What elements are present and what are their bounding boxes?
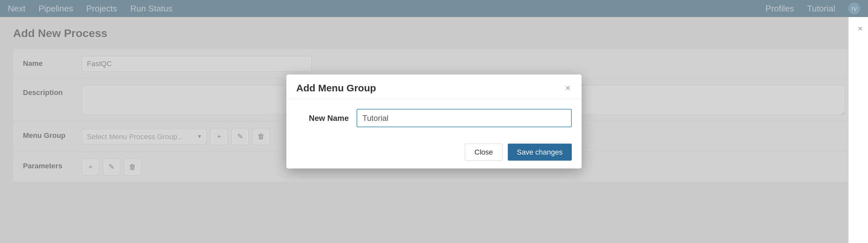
modal-close-x-button[interactable]: × [564,83,572,93]
modal-close-button[interactable]: Close [465,144,502,161]
background-modal-peek: × [848,17,868,243]
new-name-label: New Name [296,114,349,123]
modal-footer: Close Save changes [286,140,582,169]
new-name-input[interactable] [356,109,572,128]
modal-save-button[interactable]: Save changes [508,144,572,161]
background-modal-close-icon: × [858,24,863,34]
modal-header: Add Menu Group × [286,75,582,99]
modal-title: Add Menu Group [296,82,376,94]
new-name-row: New Name [296,109,572,128]
add-menu-group-modal: Add Menu Group × New Name Close Save cha… [286,75,582,169]
modal-body: New Name [286,99,582,140]
